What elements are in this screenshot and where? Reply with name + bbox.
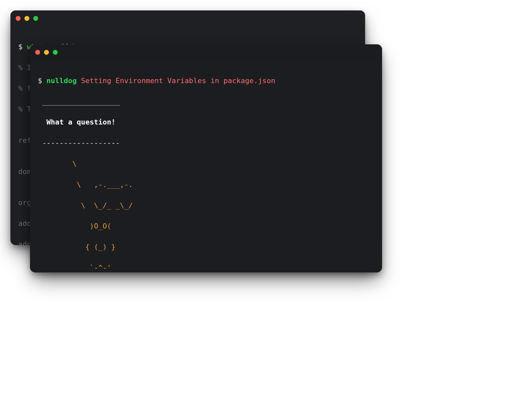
- ascii-dog-icon: \: [38, 159, 374, 169]
- titlebar-back: [10, 10, 365, 26]
- ascii-dog-icon: `-^-': [38, 263, 374, 272]
- minimize-icon[interactable]: [24, 16, 29, 21]
- traffic-lights-back: [16, 16, 38, 21]
- zoom-icon[interactable]: [33, 16, 38, 21]
- terminal-body-front[interactable]: $ nulldog Setting Environment Variables …: [30, 60, 382, 272]
- zoom-icon[interactable]: [53, 50, 58, 55]
- page-title: Setting Environment Variables in package…: [81, 77, 275, 85]
- speech-bubble-text: What a question!: [38, 117, 374, 127]
- close-icon[interactable]: [35, 50, 40, 55]
- minimize-icon[interactable]: [44, 50, 49, 55]
- ascii-dog-icon: )O_O(: [38, 221, 374, 231]
- close-icon[interactable]: [16, 16, 21, 21]
- prompt-line: $ nulldog Setting Environment Variables …: [38, 76, 374, 86]
- stage: $ whois nulldog.com % IANA WHOIS server …: [0, 0, 532, 409]
- speech-bubble-bottom: ------------------: [38, 138, 374, 148]
- ascii-dog-icon: \ \_/_ _\_/: [38, 200, 374, 211]
- speech-bubble-top: __________________: [38, 96, 374, 107]
- ascii-dog-icon: \ ,-.___,-.: [38, 180, 374, 190]
- terminal-window-front: $ nulldog Setting Environment Variables …: [30, 44, 382, 272]
- traffic-lights-front: [35, 50, 58, 55]
- prompt-symbol: $: [38, 77, 47, 85]
- command: nulldog: [47, 77, 77, 85]
- titlebar-front: [30, 44, 382, 60]
- prompt-symbol: $: [18, 43, 27, 51]
- ascii-dog-icon: { (_) }: [38, 242, 374, 252]
